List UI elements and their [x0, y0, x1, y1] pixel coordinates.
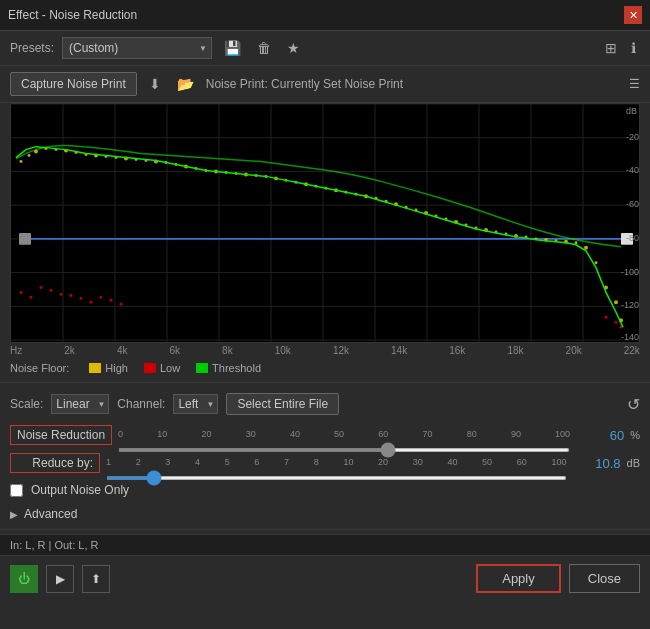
favorite-preset-button[interactable]: ★ [283, 38, 304, 58]
preset-select[interactable]: (Custom) [62, 37, 212, 59]
svg-point-23 [28, 154, 31, 157]
scale-select-wrap: Linear [51, 394, 109, 414]
advanced-row[interactable]: ▶ Advanced [0, 503, 650, 525]
low-label: Low [160, 362, 180, 374]
svg-text:-20: -20 [626, 132, 639, 142]
noise-reduction-label: Noise Reduction [10, 425, 112, 445]
noise-reduction-unit: % [630, 429, 640, 441]
svg-point-88 [60, 293, 63, 296]
apply-button[interactable]: Apply [476, 564, 561, 593]
close-button[interactable]: Close [569, 564, 640, 593]
window-close-button[interactable]: ✕ [624, 6, 642, 24]
legend-threshold: Threshold [196, 362, 261, 374]
svg-rect-20 [19, 233, 31, 245]
svg-point-95 [605, 316, 608, 319]
frequency-chart: dB -20 -40 -60 -80 -100 -120 -140 [10, 103, 640, 343]
chevron-right-icon: ▶ [10, 509, 18, 520]
legend-low: Low [144, 362, 180, 374]
io-status-text: In: L, R | Out: L, R [10, 539, 98, 551]
scale-label: Scale: [10, 397, 43, 411]
svg-text:-60: -60 [626, 199, 639, 209]
svg-point-91 [90, 301, 93, 304]
capture-noise-print-button[interactable]: Capture Noise Print [10, 72, 137, 96]
save-preset-button[interactable]: 💾 [220, 38, 245, 58]
scale-select[interactable]: Linear [51, 394, 109, 414]
reduce-by-unit: dB [627, 457, 640, 469]
freq-label-18k: 18k [507, 345, 523, 356]
svg-text:-120: -120 [621, 300, 639, 310]
svg-text:-80: -80 [626, 233, 639, 243]
freq-label-22k: 22k [624, 345, 640, 356]
noise-print-status: Noise Print: Currently Set Noise Print [206, 77, 403, 91]
freq-label-4k: 4k [117, 345, 128, 356]
load-noise-print-button[interactable]: ⬇ [145, 74, 165, 94]
noise-reduction-value: 60 [576, 428, 624, 443]
settings-icon-button[interactable]: ⊞ [601, 38, 621, 58]
threshold-label: Threshold [212, 362, 261, 374]
reset-button[interactable]: ↺ [627, 395, 640, 414]
export-button[interactable]: ⬆ [82, 565, 110, 593]
open-folder-button[interactable]: 📂 [173, 74, 198, 94]
freq-label-16k: 16k [449, 345, 465, 356]
frequency-labels: Hz 2k 4k 6k 8k 10k 12k 14k 16k 18k 20k 2… [0, 343, 650, 358]
play-button[interactable]: ▶ [46, 565, 74, 593]
info-icon-button[interactable]: ℹ [627, 38, 640, 58]
svg-point-94 [120, 303, 123, 306]
presets-label: Presets: [10, 41, 54, 55]
reduce-by-row: Reduce by: 1 2 3 4 5 6 7 8 10 20 30 40 5… [0, 449, 650, 477]
separator [0, 529, 650, 530]
svg-point-85 [30, 296, 33, 299]
freq-label-8k: 8k [222, 345, 233, 356]
low-color-swatch [144, 363, 156, 373]
svg-point-24 [34, 150, 38, 154]
legend-high: High [89, 362, 128, 374]
svg-point-84 [20, 291, 23, 294]
freq-label-6k: 6k [170, 345, 181, 356]
svg-text:-40: -40 [626, 165, 639, 175]
channel-select-wrap: Left [173, 394, 218, 414]
threshold-color-swatch [196, 363, 208, 373]
noise-print-menu-icon[interactable]: ☰ [629, 77, 640, 91]
svg-point-89 [70, 294, 73, 297]
freq-label-hz: Hz [10, 345, 22, 356]
high-label: High [105, 362, 128, 374]
channel-label: Channel: [117, 397, 165, 411]
reduce-by-slider-container: 1 2 3 4 5 6 7 8 10 20 30 40 50 60 100 [106, 453, 567, 473]
chart-legend: Noise Floor: High Low Threshold [0, 358, 650, 378]
advanced-label: Advanced [24, 507, 77, 521]
noise-floor-label: Noise Floor: [10, 362, 69, 374]
svg-point-90 [80, 297, 83, 300]
freq-label-14k: 14k [391, 345, 407, 356]
svg-point-86 [40, 286, 43, 289]
freq-label-2k: 2k [64, 345, 75, 356]
svg-point-96 [615, 321, 618, 324]
preset-select-wrap: (Custom) [62, 37, 212, 59]
high-color-swatch [89, 363, 101, 373]
svg-point-82 [614, 300, 618, 304]
delete-preset-button[interactable]: 🗑 [253, 38, 275, 58]
channel-select[interactable]: Left [173, 394, 218, 414]
freq-label-12k: 12k [333, 345, 349, 356]
svg-point-92 [100, 296, 103, 299]
noise-print-bar: Capture Noise Print ⬇ 📂 Noise Print: Cur… [0, 66, 650, 103]
title-text: Effect - Noise Reduction [8, 8, 137, 22]
svg-point-87 [50, 289, 53, 292]
reduce-by-value: 10.8 [573, 456, 621, 471]
select-entire-file-button[interactable]: Select Entire File [226, 393, 339, 415]
bottom-bar: ⏻ ▶ ⬆ Apply Close [0, 555, 650, 601]
noise-reduction-slider-container: 0 10 20 30 40 50 60 70 80 90 100 [118, 425, 570, 445]
action-buttons: Apply Close [476, 564, 640, 593]
reduce-by-slider[interactable] [106, 476, 567, 480]
svg-text:dB: dB [626, 106, 637, 116]
svg-point-93 [110, 299, 113, 302]
transport-buttons: ⏻ ▶ ⬆ [10, 565, 110, 593]
freq-label-20k: 20k [566, 345, 582, 356]
chart-svg: dB -20 -40 -60 -80 -100 -120 -140 [11, 104, 639, 342]
svg-text:-140: -140 [621, 332, 639, 342]
freq-label-10k: 10k [275, 345, 291, 356]
svg-point-22 [20, 160, 23, 163]
power-button[interactable]: ⏻ [10, 565, 38, 593]
presets-toolbar: Presets: (Custom) 💾 🗑 ★ ⊞ ℹ [0, 31, 650, 66]
reduce-by-label: Reduce by: [10, 453, 100, 473]
output-noise-checkbox[interactable] [10, 484, 23, 497]
